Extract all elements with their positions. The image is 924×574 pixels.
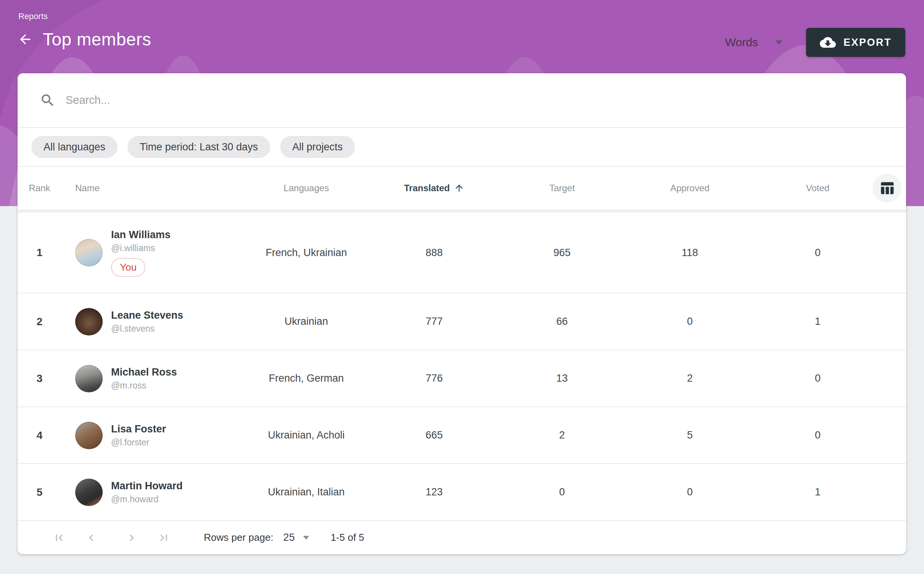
- member-name: Lisa Foster: [111, 423, 166, 436]
- approved-value: 5: [626, 429, 754, 441]
- filter-chip-languages[interactable]: All languages: [31, 136, 118, 158]
- voted-value: 1: [754, 316, 882, 327]
- voted-value: 0: [754, 372, 882, 384]
- target-value: 66: [498, 316, 626, 327]
- search-icon: [40, 92, 56, 108]
- member-cell: Ian Williams @i.williams You: [61, 229, 242, 277]
- member-name: Michael Ross: [111, 366, 177, 379]
- approved-value: 118: [626, 247, 754, 259]
- table-row: 1 Ian Williams @i.williams You French, U…: [18, 213, 906, 293]
- member-username: @m.howard: [111, 494, 183, 505]
- table-columns-icon: [879, 180, 895, 196]
- unit-dropdown-value: Words: [725, 36, 758, 49]
- table-row: 2 Leane Stevens @l.stevens Ukrainian 777…: [18, 293, 906, 350]
- table-header: Rank Name Languages Translated Target Ap…: [18, 167, 906, 213]
- rows-per-page-value: 25: [283, 532, 295, 543]
- voted-value: 0: [754, 247, 882, 259]
- export-button-label: EXPORT: [843, 37, 892, 48]
- last-page-button[interactable]: [157, 531, 170, 544]
- back-button[interactable]: [17, 31, 34, 48]
- column-header-target[interactable]: Target: [498, 183, 626, 193]
- voted-value: 0: [754, 429, 882, 441]
- first-page-button[interactable]: [53, 531, 66, 544]
- column-header-voted[interactable]: Voted: [754, 183, 882, 193]
- translated-value: 888: [370, 247, 498, 259]
- languages-value: Ukrainian, Acholi: [242, 429, 370, 441]
- rank-value: 1: [18, 247, 61, 259]
- filter-chips: All languages Time period: Last 30 days …: [18, 128, 906, 167]
- search-bar: [18, 73, 906, 128]
- column-header-translated[interactable]: Translated: [370, 183, 498, 193]
- column-header-name[interactable]: Name: [61, 183, 242, 193]
- languages-value: French, Ukrainian: [242, 247, 370, 259]
- breadcrumb[interactable]: Reports: [18, 11, 48, 21]
- member-username: @m.ross: [111, 381, 177, 391]
- target-value: 0: [498, 486, 626, 498]
- avatar: [75, 422, 103, 449]
- caret-down-icon: [303, 536, 309, 540]
- member-username: @i.williams: [111, 243, 171, 253]
- column-header-languages[interactable]: Languages: [242, 183, 370, 193]
- member-name: Leane Stevens: [111, 309, 183, 322]
- target-value: 13: [498, 372, 626, 384]
- table-row: 5 Martin Howard @m.howard Ukrainian, Ita…: [18, 464, 906, 521]
- rank-value: 5: [18, 486, 61, 498]
- filter-chip-time-period[interactable]: Time period: Last 30 days: [127, 136, 270, 158]
- member-cell: Leane Stevens @l.stevens: [61, 308, 242, 335]
- avatar: [75, 308, 103, 335]
- member-name: Martin Howard: [111, 480, 183, 493]
- rows-per-page-label: Rows per page:: [204, 532, 273, 543]
- translated-value: 776: [370, 372, 498, 384]
- avatar: [75, 239, 103, 266]
- export-button[interactable]: EXPORT: [806, 28, 905, 57]
- avatar: [75, 365, 103, 392]
- column-header-approved[interactable]: Approved: [626, 183, 754, 193]
- table-row: 3 Michael Ross @m.ross French, German 77…: [18, 350, 906, 407]
- translated-value: 123: [370, 486, 498, 498]
- page-title: Top members: [43, 29, 151, 50]
- table-row: 4 Lisa Foster @l.forster Ukrainian, Acho…: [18, 407, 906, 464]
- member-username: @l.stevens: [111, 324, 183, 334]
- sort-arrow-up-icon: [454, 183, 464, 193]
- top-members-card: All languages Time period: Last 30 days …: [18, 73, 906, 554]
- languages-value: Ukrainian: [242, 316, 370, 327]
- column-header-translated-label: Translated: [404, 183, 450, 193]
- languages-value: Ukrainian, Italian: [242, 486, 370, 498]
- rank-value: 4: [18, 429, 61, 442]
- unit-dropdown[interactable]: Words: [725, 36, 782, 49]
- next-page-button[interactable]: [125, 531, 138, 544]
- translated-value: 777: [370, 316, 498, 327]
- rows-per-page-select[interactable]: 25: [283, 532, 309, 543]
- member-cell: Lisa Foster @l.forster: [61, 422, 242, 449]
- rank-value: 3: [18, 372, 61, 385]
- arrow-left-icon: [18, 32, 33, 47]
- caret-down-icon: [776, 40, 782, 45]
- you-badge: You: [111, 258, 145, 277]
- configure-columns-button[interactable]: [872, 174, 901, 203]
- approved-value: 0: [626, 316, 754, 327]
- approved-value: 0: [626, 486, 754, 498]
- member-cell: Martin Howard @m.howard: [61, 479, 242, 506]
- pagination-bar: Rows per page: 25 1-5 of 5: [18, 521, 906, 554]
- avatar: [75, 479, 103, 506]
- target-value: 965: [498, 247, 626, 259]
- filter-chip-projects[interactable]: All projects: [280, 136, 355, 158]
- voted-value: 1: [754, 486, 882, 498]
- approved-value: 2: [626, 372, 754, 384]
- search-input[interactable]: [66, 94, 524, 106]
- languages-value: French, German: [242, 372, 370, 384]
- member-username: @l.forster: [111, 437, 166, 448]
- target-value: 2: [498, 429, 626, 441]
- column-header-rank[interactable]: Rank: [18, 183, 61, 193]
- pagination-range: 1-5 of 5: [331, 532, 364, 543]
- cloud-download-icon: [820, 36, 836, 48]
- translated-value: 665: [370, 429, 498, 441]
- member-cell: Michael Ross @m.ross: [61, 365, 242, 392]
- member-name: Ian Williams: [111, 229, 171, 242]
- previous-page-button[interactable]: [85, 531, 98, 544]
- rank-value: 2: [18, 316, 61, 328]
